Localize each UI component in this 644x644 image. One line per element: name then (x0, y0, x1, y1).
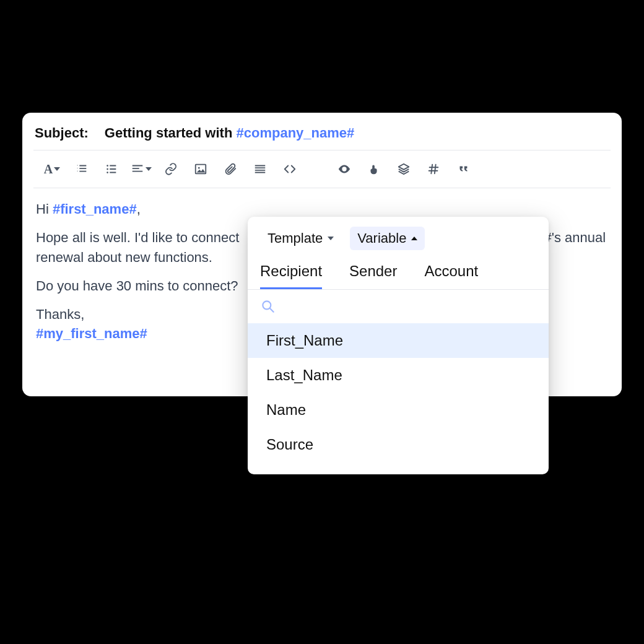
pointer-button[interactable] (359, 158, 389, 180)
tab-account[interactable]: Account (424, 263, 478, 289)
popover-search[interactable] (248, 290, 549, 323)
thanks-text: Thanks, (36, 307, 84, 322)
layers-button[interactable] (389, 158, 419, 180)
svg-point-0 (107, 165, 108, 167)
variable-label: Variable (357, 230, 406, 246)
variable-item-last-name[interactable]: Last_Name (248, 358, 549, 393)
code-button[interactable] (275, 158, 305, 180)
quote-button[interactable] (448, 158, 478, 180)
variable-item-source[interactable]: Source (248, 427, 549, 462)
subject-label: Subject: (35, 125, 89, 141)
popover-tabs: Recipient Sender Account (248, 258, 549, 290)
subject-row: Subject: Getting started with #company_n… (33, 125, 611, 150)
variable-popover: Template Variable Recipient Sender Accou… (248, 217, 549, 474)
greeting-prefix: Hi (36, 201, 53, 217)
editor-toolbar: A (33, 150, 611, 188)
template-dropdown[interactable]: Template (260, 227, 341, 250)
greeting-token[interactable]: #first_name# (53, 201, 137, 217)
greeting-suffix: , (137, 201, 141, 217)
variable-hash-button[interactable] (419, 158, 448, 180)
variable-dropdown[interactable]: Variable (350, 227, 425, 250)
tab-recipient[interactable]: Recipient (260, 263, 322, 289)
subject-value[interactable]: Getting started with #company_name# (105, 125, 354, 141)
chevron-down-icon (328, 237, 334, 240)
tab-sender[interactable]: Sender (349, 263, 397, 289)
subject-token[interactable]: #company_name# (236, 125, 354, 141)
justify-button[interactable] (245, 158, 275, 180)
preview-button[interactable] (329, 158, 359, 180)
template-label: Template (268, 230, 323, 246)
unordered-list-button[interactable] (97, 158, 126, 180)
attachment-button[interactable] (215, 158, 245, 180)
svg-point-6 (263, 301, 271, 309)
ordered-list-button[interactable] (67, 158, 97, 180)
variable-list: First_Name Last_Name Name Source (248, 323, 549, 474)
chevron-up-icon (411, 237, 417, 240)
svg-point-5 (343, 168, 346, 170)
font-format-button[interactable]: A (37, 158, 67, 180)
p1-text-a: Hope all is well. I'd like to connect (36, 230, 239, 245)
svg-point-2 (107, 172, 108, 173)
svg-point-1 (107, 168, 108, 170)
variable-item-first-name[interactable]: First_Name (248, 323, 549, 358)
image-button[interactable] (186, 158, 215, 180)
variable-item-name[interactable]: Name (248, 393, 549, 427)
subject-text: Getting started with (105, 125, 237, 141)
align-button[interactable] (126, 158, 156, 180)
popover-header: Template Variable (248, 217, 549, 258)
link-button[interactable] (156, 158, 186, 180)
search-icon (260, 298, 276, 315)
svg-point-4 (198, 167, 200, 169)
signature-token[interactable]: #my_first_name# (36, 326, 147, 341)
